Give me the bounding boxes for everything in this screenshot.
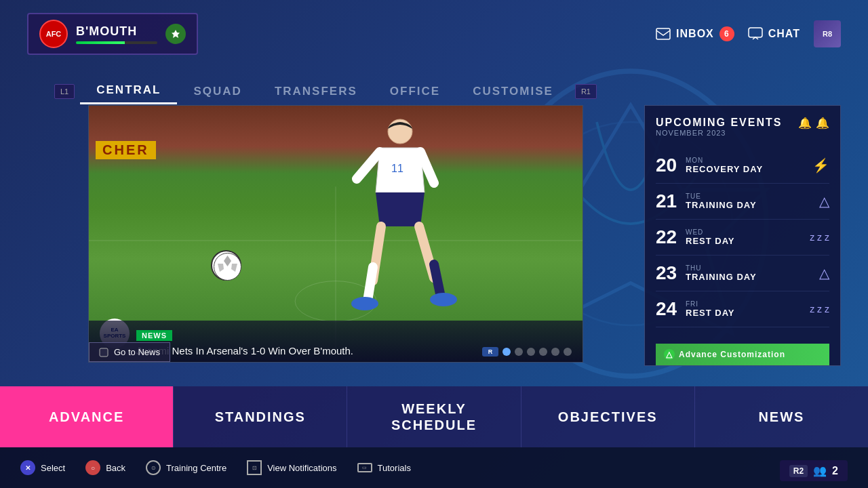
news-image: CHER (88, 105, 583, 363)
event-icon-0: ⚡ (812, 157, 829, 174)
action-advance-label: ADVANCE (49, 409, 124, 425)
event-info-2: WED REST DAY (686, 228, 810, 246)
news-badge: NEWS (136, 330, 172, 341)
carousel-indicator: R (482, 347, 572, 357)
control-back-label: Back (106, 463, 125, 473)
dot-3 (527, 348, 535, 356)
event-name-1: TRAINING DAY (686, 200, 819, 210)
tab-office[interactable]: OFFICE (374, 79, 456, 104)
bell-icon-1[interactable]: 🔔 (798, 117, 812, 129)
controls-bar: ✕ Select ○ Back ⊙ Training Centre ⊡ View… (0, 447, 868, 488)
control-training: ⊙ Training Centre (146, 460, 226, 475)
event-name-2: REST DAY (686, 236, 810, 246)
top-right-controls: INBOX 6 CHAT R8 (656, 20, 841, 47)
event-name-0: RECOVERY DAY (686, 164, 812, 174)
event-icon-1: △ (819, 193, 829, 209)
event-info-4: FRI REST DAY (686, 300, 810, 318)
inbox-count: 6 (719, 26, 734, 41)
player-avatar: R8 (814, 20, 841, 47)
news-image-container: CHER (88, 105, 583, 363)
event-row-1: 21 TUE TRAINING DAY △ (656, 184, 829, 220)
action-objectives[interactable]: OBJECTIVES (521, 386, 694, 447)
go-to-news-label: Go to News (114, 347, 160, 357)
event-dow-1: TUE (686, 192, 819, 200)
tab-squad[interactable]: SQUAD (177, 79, 258, 104)
dot-4 (539, 348, 547, 356)
event-name-3: TRAINING DAY (686, 272, 819, 282)
tab-transfers[interactable]: TRANSFERS (258, 79, 374, 104)
event-dow-0: MON (686, 157, 812, 164)
control-notifications: ⊡ View Notifications (247, 460, 336, 475)
bell-icons: 🔔 🔔 (798, 117, 829, 129)
action-weekly-label: WEEKLY SCHEDULE (391, 401, 477, 433)
dot-6 (564, 348, 572, 356)
event-info-3: THU TRAINING DAY (686, 264, 819, 282)
events-title: UPCOMING EVENTS (656, 117, 782, 129)
player-figure: 11 (326, 118, 475, 321)
team-badge: AFC (39, 20, 68, 48)
action-weekly-schedule[interactable]: WEEKLY SCHEDULE (347, 386, 520, 447)
soccer-ball (211, 250, 241, 281)
event-info-0: MON RECOVERY DAY (686, 157, 812, 174)
event-day-2: 22 (656, 226, 686, 248)
chat-label: CHAT (768, 28, 800, 40)
svg-line-16 (368, 267, 373, 301)
event-name-4: REST DAY (686, 308, 810, 318)
event-icon-2: z z z (810, 232, 829, 243)
team-info: AFC B'MOUTH (27, 13, 198, 55)
action-bar: ADVANCE STANDINGS WEEKLY SCHEDULE OBJECT… (0, 386, 868, 447)
action-advance[interactable]: ADVANCE (0, 386, 173, 447)
event-icon-4: z z z (810, 304, 829, 314)
event-info-1: TUE TRAINING DAY (686, 192, 819, 210)
top-bar: AFC B'MOUTH INBOX 6 CHAT R8 (0, 0, 868, 68)
advance-customization-button[interactable]: △ Advance Customization (656, 344, 829, 365)
event-dow-2: WED (686, 228, 810, 236)
r2-label: R2 (789, 465, 808, 477)
dot-2 (515, 348, 523, 356)
control-notifications-label: View Notifications (267, 463, 336, 473)
action-standings-label: STANDINGS (215, 409, 306, 425)
svg-marker-1 (172, 30, 180, 38)
dot-1 (502, 348, 511, 356)
tab-customise[interactable]: CUSTOMISE (456, 79, 570, 104)
event-row-0: 20 MON RECOVERY DAY ⚡ (656, 148, 829, 184)
notifications-button-icon: ⊡ (247, 460, 262, 475)
team-rating-badge (165, 24, 186, 44)
action-standings[interactable]: STANDINGS (173, 386, 347, 447)
inbox-button[interactable]: INBOX 6 (656, 26, 734, 41)
events-panel: UPCOMING EVENTS NOVEMBER 2023 🔔 🔔 20 MON… (644, 105, 841, 366)
action-objectives-label: OBJECTIVES (558, 409, 658, 425)
svg-rect-3 (749, 28, 762, 37)
nav-tabs: L1 CENTRAL SQUAD TRANSFERS OFFICE CUSTOM… (54, 78, 597, 104)
bottom-right-badge: R2 👥 2 (780, 460, 848, 481)
event-day-4: 24 (656, 298, 686, 320)
go-to-news-button[interactable]: Go to News (89, 342, 170, 362)
control-tutorials: ▭ Tutorials (357, 463, 411, 473)
players-count: 2 (832, 465, 838, 477)
svg-rect-21 (100, 348, 108, 357)
inbox-label: INBOX (676, 28, 714, 40)
events-month: NOVEMBER 2023 (656, 129, 782, 137)
event-day-0: 20 (656, 155, 686, 176)
bell-icon-2[interactable]: 🔔 (816, 117, 829, 129)
action-news[interactable]: NEWS (694, 386, 868, 447)
event-row-4: 24 FRI REST DAY z z z (656, 291, 829, 327)
svg-line-12 (357, 152, 380, 179)
control-tutorials-label: Tutorials (378, 463, 411, 473)
action-news-label: NEWS (758, 409, 804, 425)
tutorials-button-icon: ▭ (357, 463, 372, 472)
event-icon-3: △ (819, 265, 829, 281)
svg-rect-2 (656, 28, 670, 39)
svg-text:11: 11 (392, 163, 404, 174)
players-icon: 👥 (813, 464, 827, 477)
x-button-icon: ✕ (20, 460, 35, 475)
chat-button[interactable]: CHAT (748, 27, 800, 41)
svg-point-19 (430, 293, 457, 306)
control-back: ○ Back (85, 460, 125, 475)
event-row-3: 23 THU TRAINING DAY △ (656, 256, 829, 291)
svg-point-18 (351, 297, 378, 310)
tab-central[interactable]: CENTRAL (80, 78, 177, 104)
control-select-label: Select (41, 463, 65, 473)
team-name: B'MOUTH (76, 24, 157, 39)
advance-btn-label: Advance Customization (679, 350, 785, 359)
